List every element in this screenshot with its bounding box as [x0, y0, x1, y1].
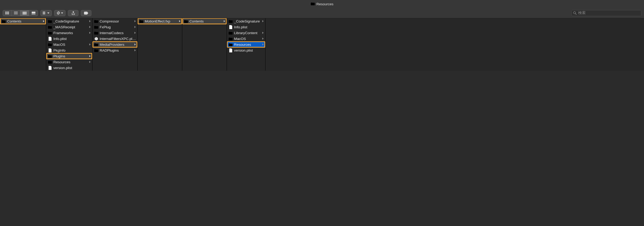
folder-icon: [48, 25, 52, 29]
share-button[interactable]: [68, 10, 78, 16]
column-4[interactable]: Contents: [182, 18, 227, 71]
file-icon: [48, 66, 52, 70]
item-label: InternalCodecs: [100, 31, 134, 35]
item-label: PkgInfo: [53, 48, 91, 52]
view-column-button[interactable]: [20, 10, 29, 16]
finder-item[interactable]: MediaProviders: [92, 42, 137, 47]
item-label: MediaProviders: [100, 43, 134, 47]
finder-item[interactable]: PkgInfo: [46, 47, 92, 53]
chevron-right-icon: [134, 32, 137, 34]
folder-icon: [94, 31, 99, 35]
svg-rect-13: [32, 12, 35, 13]
item-label: Resources: [53, 60, 89, 64]
item-label: Resources: [234, 43, 262, 47]
chevron-right-icon: [224, 20, 226, 22]
item-label: _CodeSignature: [234, 19, 262, 23]
view-mode-switcher: [3, 10, 38, 16]
folder-icon: [48, 43, 52, 46]
finder-item[interactable]: InternalCodecs: [92, 30, 137, 36]
chevron-right-icon: [262, 43, 264, 46]
svg-rect-12: [25, 12, 26, 15]
item-label: version.plist: [234, 48, 264, 52]
column-3[interactable]: MotionEffect.fxp: [138, 18, 182, 71]
svg-rect-19: [44, 12, 45, 13]
finder-item[interactable]: RADPlugins: [92, 47, 137, 53]
view-icon-button[interactable]: [3, 10, 12, 16]
finder-item[interactable]: Contents: [0, 18, 46, 24]
finder-item[interactable]: LibraryContent: [227, 30, 265, 36]
svg-rect-4: [5, 13, 6, 14]
file-icon: [48, 37, 52, 41]
svg-line-23: [575, 13, 576, 15]
folder-icon: [228, 37, 233, 40]
folder-icon: [94, 43, 99, 46]
search-field[interactable]: 検索: [571, 10, 641, 16]
folder-icon: [94, 25, 99, 29]
finder-item[interactable]: _MASReceipt: [46, 24, 92, 30]
svg-rect-18: [43, 12, 44, 13]
chevron-right-icon: [89, 20, 91, 22]
view-list-button[interactable]: [12, 10, 20, 16]
chevron-right-icon: [89, 32, 91, 34]
view-gallery-button[interactable]: [29, 10, 38, 16]
file-icon: [48, 48, 52, 52]
column-view: Contents_CodeSignature_MASReceiptFramewo…: [0, 18, 644, 71]
item-label: version.plist: [53, 66, 91, 70]
finder-item[interactable]: _CodeSignature: [227, 18, 265, 24]
item-label: LibraryContent: [234, 31, 262, 35]
finder-item[interactable]: Info.plist: [46, 36, 92, 42]
chevron-down-icon: [47, 12, 49, 14]
finder-item[interactable]: version.plist: [46, 65, 92, 71]
finder-item[interactable]: MotionEffect.fxp: [138, 18, 182, 24]
chevron-right-icon: [179, 20, 181, 22]
column-1[interactable]: _CodeSignature_MASReceiptFrameworksInfo.…: [46, 18, 92, 71]
finder-item[interactable]: version.plist: [227, 47, 265, 53]
finder-item[interactable]: Resources: [227, 42, 265, 47]
window-title: Resources: [316, 2, 334, 6]
finder-item[interactable]: Frameworks: [46, 30, 92, 36]
svg-rect-7: [14, 12, 18, 12]
item-label: Contents: [7, 19, 43, 23]
finder-item[interactable]: MacOS: [46, 42, 92, 47]
svg-rect-15: [33, 14, 34, 15]
svg-rect-11: [24, 12, 25, 15]
file-icon: [228, 25, 233, 29]
folder-icon: [1, 20, 6, 23]
finder-item[interactable]: FxPlug: [92, 24, 137, 30]
chevron-right-icon: [134, 20, 137, 22]
plugin-icon: [94, 37, 99, 41]
svg-rect-10: [23, 12, 24, 15]
svg-rect-16: [34, 14, 35, 15]
finder-item[interactable]: Compressor: [92, 18, 137, 24]
column-2[interactable]: CompressorFxPlugInternalCodecsInternalFi…: [92, 18, 138, 71]
folder-icon: [228, 31, 233, 35]
item-label: FxPlug: [100, 25, 134, 29]
finder-item[interactable]: PlugIns: [46, 53, 92, 59]
item-label: MacOS: [53, 43, 89, 47]
chevron-right-icon: [89, 61, 91, 63]
folder-icon: [228, 43, 233, 46]
column-0[interactable]: Contents: [0, 18, 46, 71]
folder-icon: [311, 2, 315, 7]
finder-item[interactable]: _CodeSignature: [46, 18, 92, 24]
finder-item[interactable]: Contents: [182, 18, 227, 24]
finder-item[interactable]: InternalFiltersXPC.pluginkit: [92, 36, 137, 42]
chevron-right-icon: [89, 43, 91, 46]
chevron-right-icon: [134, 49, 137, 51]
group-by-button[interactable]: [40, 10, 52, 16]
finder-item[interactable]: MacOS: [227, 36, 265, 42]
chevron-right-icon: [134, 43, 137, 46]
toolbar: 検索: [0, 8, 644, 18]
finder-item[interactable]: Resources: [46, 59, 92, 65]
folder-icon: [48, 60, 52, 64]
chevron-right-icon: [262, 20, 264, 22]
svg-rect-17: [35, 14, 35, 15]
finder-item[interactable]: Info.plist: [227, 24, 265, 30]
action-button[interactable]: [54, 10, 66, 16]
tags-button[interactable]: [81, 10, 91, 16]
folder-icon: [48, 20, 52, 23]
svg-rect-3: [8, 12, 9, 13]
search-icon: [573, 11, 577, 15]
column-5[interactable]: _CodeSignatureInfo.plistLibraryContentMa…: [227, 18, 265, 71]
svg-rect-21: [44, 13, 45, 14]
